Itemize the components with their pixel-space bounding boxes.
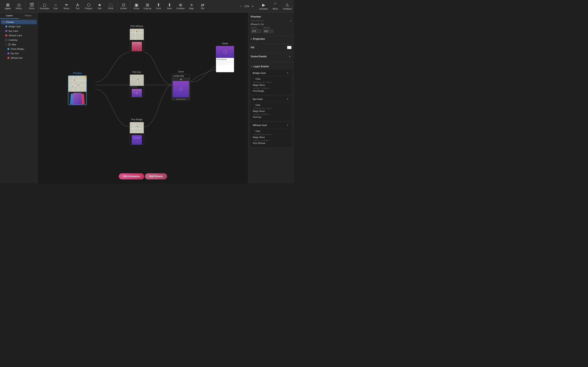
feedback-btn[interactable]: ⚠ Feedback (282, 2, 292, 10)
fill-section: Fill (248, 46, 294, 53)
canvas-area[interactable]: Preview (38, 13, 248, 184)
combine-icon: ⊕ (179, 3, 182, 7)
size-preset-value: iPhone X, Xs (251, 23, 264, 25)
stpauls-card-add-btn[interactable]: + (286, 123, 290, 127)
stpauls-card-trigger: ⌃ Click (253, 130, 290, 132)
bezier-tool[interactable]: ✒ Bezier (61, 1, 72, 12)
rectangle-tool[interactable]: ◻ Rectangle (39, 1, 50, 12)
pick-bridge-card[interactable]: Tower Bridge 🌉 (130, 122, 144, 145)
polygon-icon: ⬡ (87, 3, 90, 7)
star-tool[interactable]: ★ Star (94, 1, 105, 12)
pick-eye-scene[interactable]: Pick Eye London Eye ⊙ (130, 71, 144, 97)
scene-tool[interactable]: 🎬 Scene (26, 1, 37, 12)
align-tool[interactable]: ≡ Align (186, 1, 197, 12)
layer-preview-label: Preview (6, 21, 14, 23)
layer-stpauls-dot[interactable]: StPauls Dot (1, 56, 37, 60)
layer-bridge-card-label: Bridge Card (9, 25, 21, 28)
pick-eye-card[interactable]: London Eye ⊙ (130, 75, 144, 97)
polygon-tool[interactable]: ⬡ Polygon (83, 1, 94, 12)
tab-history[interactable]: History (19, 13, 38, 19)
eye-target-value: Pick Eye (253, 116, 290, 118)
ungroup-icon: ⊞ (146, 3, 149, 7)
pick-bridge-label: Pick Bridge (131, 118, 143, 121)
layer-eye-dot[interactable]: Eye Dot (1, 51, 37, 56)
text-tool[interactable]: A Text (72, 1, 83, 12)
front-tool[interactable]: ⬆ Front (153, 1, 164, 12)
simulator-label: Simulator (259, 8, 268, 10)
embed-tools: ⊡ Embed (117, 1, 130, 12)
size-preset-row: SIZE PRESET ▼ (251, 20, 292, 22)
star-label: Star (98, 7, 102, 9)
flip-tool[interactable]: ⇄ Flip (197, 1, 208, 12)
left-sidebar: Layers History ▼ Preview Bridge Card Eye… (0, 13, 38, 184)
scroll-tool[interactable]: ⬚ Scroll (105, 1, 116, 12)
text-label: Text (76, 7, 79, 9)
map-square (8, 43, 10, 45)
preview-scene[interactable]: Preview (68, 72, 87, 105)
stpauls-target-field: TARGET SCENE ▼ Pick StPauls (253, 140, 290, 144)
preview-scene-card[interactable]: ⚡ (68, 75, 87, 105)
layer-stpauls-card[interactable]: StPauls Card (1, 33, 37, 38)
zoom-scene-card[interactable]: London Eye ⊙ Visit London Eye (172, 74, 190, 100)
bridge-card-add-btn[interactable]: + (286, 71, 290, 75)
layer-map[interactable]: ▼ Map (1, 42, 37, 47)
layer-tower-bridge[interactable]: Tower Bridge... (1, 47, 37, 51)
stpauls-target-label: TARGET SCENE ▼ (253, 140, 290, 142)
mirror-btn[interactable]: 📱 Mirror (270, 2, 281, 10)
layers-tool[interactable]: ⊞ Layers (2, 1, 13, 12)
flip-icon: ⇄ (201, 3, 204, 7)
preview-scene-label: Preview (73, 72, 82, 74)
zoom-plus-btn[interactable]: + (251, 4, 255, 8)
size-preset-value-row: iPhone X, Xs (251, 23, 292, 25)
stpauls-transition-label: TRANSITION TYPE ▼ (253, 133, 290, 136)
group-icon: ▣ (135, 3, 138, 7)
group-tool[interactable]: ▣ Group (131, 1, 142, 12)
eye-card-add-btn[interactable]: + (286, 97, 290, 101)
layer-underlay[interactable]: Underlay (1, 38, 37, 42)
shape-tools: ◻ Rectangle ○ Oval ✒ Bezier A Text ⬡ Pol… (38, 1, 117, 12)
layer-events-header[interactable]: ▼ Layer Events (248, 64, 294, 69)
stpauls-card-event-header: StPauls Card + (251, 122, 292, 128)
eye-target-field: TARGET SCENE ▼ Pick Eye (253, 113, 290, 118)
pick-bridge-scene[interactable]: Pick Bridge Tower Bridge 🌉 (130, 118, 144, 145)
projection-section: ▶ Projection (248, 38, 294, 44)
embed-tool[interactable]: ⊡ Embed (118, 1, 129, 12)
align-label: Align (189, 7, 194, 9)
pick-stpauls-card[interactable]: St Paul's Cathedral (130, 29, 144, 51)
layer-bridge-card[interactable]: Bridge Card (1, 24, 37, 29)
zoom-minus-btn[interactable]: − (239, 4, 243, 8)
stpauls-dot-dot (7, 57, 9, 59)
sidebar-tabs: Layers History (0, 13, 38, 19)
bridge-transition-value: Magic Move (253, 84, 290, 86)
pick-stpauls-scene[interactable]: Pick StPauls St Paul's Cathedral (130, 25, 144, 51)
edit-drivers-btn[interactable]: Edit Drivers (145, 173, 167, 179)
scene-events-row: Scene Events + (251, 55, 292, 58)
layer-stpauls-card-label: StPauls Card (9, 34, 22, 37)
detail-scene-card[interactable]: ⊙ Visit London Eye (216, 46, 234, 72)
ungroup-tool[interactable]: ⊞ Ungroup (142, 1, 153, 12)
combine-tool[interactable]: ⊕ Combine (175, 1, 186, 12)
fill-swatch[interactable] (287, 46, 292, 49)
zoom-scene[interactable]: Zoom London Eye ⊙ Visit London Eye (172, 70, 190, 100)
history-tool[interactable]: ◷ History (13, 1, 24, 12)
add-scene-event-btn[interactable]: + (288, 55, 292, 58)
tab-layers[interactable]: Layers (0, 13, 19, 19)
panel-tools: ⊞ Layers ◷ History (2, 1, 25, 12)
simulator-btn[interactable]: ▶ Simulator (259, 2, 269, 10)
bridge-target-value: Pick Bridge (253, 90, 290, 92)
fill-row: Fill (251, 46, 292, 49)
rectangle-label: Rectangle (40, 7, 49, 9)
eye-transition-value: Magic Move (253, 110, 290, 112)
zoom-scene-label: Zoom (178, 70, 184, 73)
ungroup-label: Ungroup (144, 7, 151, 9)
detail-scene[interactable]: Detail ⊙ Visit London Eye (216, 42, 234, 72)
arrange-tools: ▣ Group ⊞ Ungroup ⬆ Front ⬇ Back ⊕ Combi… (130, 1, 209, 12)
edit-animation-btn[interactable]: Edit Animation (119, 173, 144, 179)
back-tool[interactable]: ⬇ Back (164, 1, 175, 12)
pick-eye-label: Pick Eye (132, 71, 141, 73)
eye-card-event-name: Eye Card (253, 98, 263, 100)
layer-preview[interactable]: ▼ Preview (1, 20, 37, 24)
layer-eye-card[interactable]: Eye Card (1, 29, 37, 33)
oval-tool[interactable]: ○ Oval (50, 1, 61, 12)
width-label: WIDTH (251, 27, 261, 29)
